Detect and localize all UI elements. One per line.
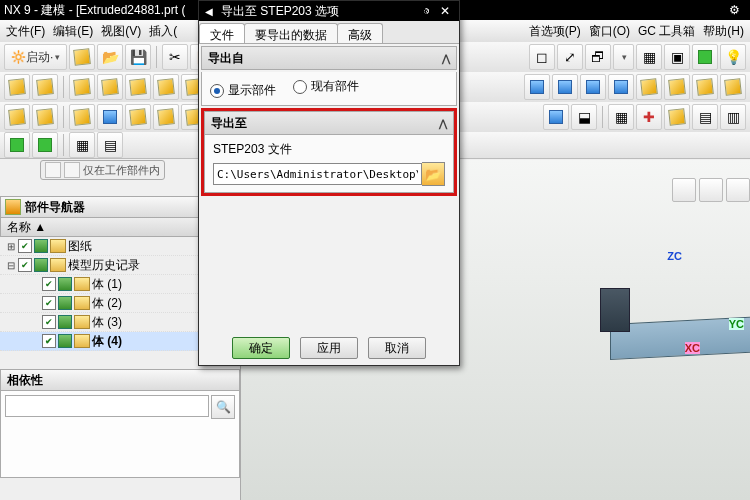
dependency-body: 🔍 <box>0 391 240 478</box>
ok-button[interactable]: 确定 <box>232 337 290 359</box>
menu-window[interactable]: 窗口(O) <box>585 23 634 40</box>
tb3-b1[interactable] <box>4 104 30 130</box>
tb3-r1[interactable] <box>543 104 569 130</box>
tb1-r3[interactable]: 🗗 <box>585 44 611 70</box>
tb1-save-icon[interactable]: 💾 <box>125 44 151 70</box>
tb1-btn[interactable] <box>69 44 95 70</box>
badge-ic1 <box>45 162 61 178</box>
tb3-b2[interactable] <box>32 104 58 130</box>
tb2-b2[interactable] <box>32 74 58 100</box>
tab-advanced[interactable]: 高级 <box>337 23 383 43</box>
export-from-header[interactable]: 导出自 ⋀ <box>201 46 457 70</box>
tb2-b3[interactable] <box>69 74 95 100</box>
tb2-r2[interactable] <box>552 74 578 100</box>
menu-view[interactable]: 视图(V) <box>97 23 145 40</box>
app-title: NX 9 - 建模 - [Extruded24881.prt ( <box>4 2 185 19</box>
tb1-r1[interactable]: ◻ <box>529 44 555 70</box>
tb2-r4[interactable] <box>608 74 634 100</box>
tb3-b6[interactable] <box>153 104 179 130</box>
tb2-r3[interactable] <box>580 74 606 100</box>
checkbox-icon[interactable]: ✔ <box>18 239 32 253</box>
tb1-r4[interactable]: ▦ <box>636 44 662 70</box>
tb3-r4[interactable] <box>664 104 690 130</box>
collapse-icon[interactable]: ⋀ <box>442 53 450 64</box>
checkbox-icon[interactable]: ✔ <box>42 296 56 310</box>
model-preview <box>570 300 750 360</box>
tb2-r1[interactable] <box>524 74 550 100</box>
dependency-header[interactable]: 相依性 <box>0 369 240 391</box>
vt-r[interactable] <box>726 178 750 202</box>
tb2-r5[interactable] <box>636 74 662 100</box>
vt-r[interactable] <box>672 178 696 202</box>
tree-item-label: 体 (1) <box>92 276 122 293</box>
cancel-button[interactable]: 取消 <box>368 337 426 359</box>
menu-pref[interactable]: 首选项(P) <box>525 23 585 40</box>
checkbox-icon[interactable]: ✔ <box>42 334 56 348</box>
feature-icon <box>58 296 72 310</box>
tb2-b4[interactable] <box>97 74 123 100</box>
expand-icon[interactable]: ⊟ <box>6 260 16 271</box>
dialog-menu-icon[interactable]: ಾ <box>424 6 429 17</box>
tb3-b3[interactable] <box>69 104 95 130</box>
tb3-r5[interactable]: ▤ <box>692 104 718 130</box>
tree-item-label: 体 (2) <box>92 295 122 312</box>
radio-existing-part[interactable]: 现有部件 <box>293 78 359 95</box>
search-icon[interactable]: 🔍 <box>211 395 235 419</box>
vt-r[interactable] <box>699 178 723 202</box>
collapse-icon[interactable]: ⋀ <box>439 118 447 129</box>
checkbox-icon[interactable]: ✔ <box>18 258 32 272</box>
tb3-r2[interactable]: ⬓ <box>571 104 597 130</box>
tb2-r7[interactable] <box>692 74 718 100</box>
tb2-b5[interactable] <box>125 74 151 100</box>
dialog-titlebar[interactable]: ◀ 导出至 STEP203 选项 ಾ ✕ <box>199 1 459 21</box>
tree-item-label: 模型历史记录 <box>68 257 140 274</box>
tb3-b4[interactable] <box>97 104 123 130</box>
tb1-open-icon[interactable]: 📂 <box>97 44 123 70</box>
tb3-grid-icon[interactable]: ▦ <box>608 104 634 130</box>
expand-icon[interactable]: ⊞ <box>6 241 16 252</box>
radio-display-part[interactable]: 显示部件 <box>210 82 276 99</box>
tb3-r3[interactable]: ✚ <box>636 104 662 130</box>
close-icon[interactable]: ✕ <box>437 4 453 18</box>
checkbox-icon[interactable]: ✔ <box>42 277 56 291</box>
tb4-b2[interactable] <box>32 132 58 158</box>
tb1-pct[interactable] <box>613 44 634 70</box>
gear-icon[interactable]: ⚙ <box>729 3 740 17</box>
tb2-b6[interactable] <box>153 74 179 100</box>
body-icon <box>50 258 66 272</box>
tb1-r5[interactable]: ▣ <box>664 44 690 70</box>
tb2-r6[interactable] <box>664 74 690 100</box>
menu-edit[interactable]: 编辑(E) <box>49 23 97 40</box>
tb4-table-icon[interactable]: ▦ <box>69 132 95 158</box>
menu-gctool[interactable]: GC 工具箱 <box>634 23 699 40</box>
axis-z-label: ZC <box>667 250 682 262</box>
feature-icon <box>34 239 48 253</box>
tb1-r2[interactable]: ⤢ <box>557 44 583 70</box>
tb3-r6[interactable]: ▥ <box>720 104 746 130</box>
tab-file[interactable]: 文件 <box>199 23 245 43</box>
checkbox-icon[interactable]: ✔ <box>42 315 56 329</box>
axis-x-label: XC <box>685 342 700 354</box>
dialog-buttons: 确定 应用 取消 <box>199 337 459 359</box>
body-icon <box>74 334 90 348</box>
tb4-b3[interactable]: ▤ <box>97 132 123 158</box>
tb2-r8[interactable] <box>720 74 746 100</box>
tb1-r7[interactable]: 💡 <box>720 44 746 70</box>
tab-data[interactable]: 要导出的数据 <box>244 23 338 43</box>
tb1-cut-icon[interactable]: ✂ <box>162 44 188 70</box>
apply-button[interactable]: 应用 <box>300 337 358 359</box>
tb4-b1[interactable] <box>4 132 30 158</box>
browse-folder-icon[interactable]: 📂 <box>422 162 445 186</box>
tb1-r6[interactable] <box>692 44 718 70</box>
back-icon[interactable]: ◀ <box>205 6 213 17</box>
menu-file[interactable]: 文件(F) <box>2 23 49 40</box>
launch-button[interactable]: 🔆 启动· <box>4 44 67 70</box>
menu-help[interactable]: 帮助(H) <box>699 23 748 40</box>
export-to-header[interactable]: 导出至 ⋀ <box>204 111 454 135</box>
tb2-b1[interactable] <box>4 74 30 100</box>
selection-scope-badge[interactable]: 仅在工作部件内 <box>40 160 165 180</box>
export-path-input[interactable] <box>213 163 422 185</box>
menu-insert[interactable]: 插入( <box>145 23 181 40</box>
tb3-b5[interactable] <box>125 104 151 130</box>
dependency-filter-input[interactable] <box>5 395 209 417</box>
